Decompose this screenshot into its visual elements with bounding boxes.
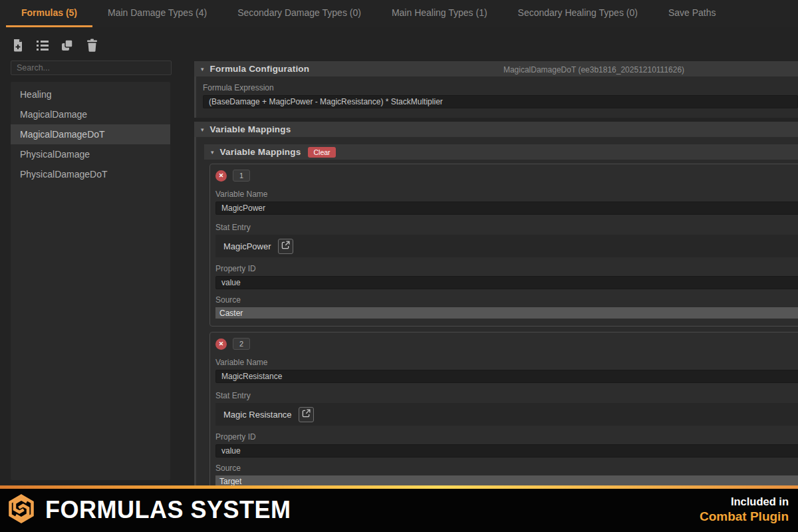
variable-mapping-entry: ✕ 2 Variable Name MagicResistance Stat E… <box>209 332 798 485</box>
tab-bar: Formulas (5) Main Damage Types (4) Secon… <box>0 0 798 27</box>
chevron-down-icon: ▾ <box>201 66 204 72</box>
clear-button[interactable]: Clear <box>308 147 335 158</box>
footer-banner: FORMULAS SYSTEM Included in Combat Plugi… <box>0 485 798 532</box>
new-file-icon <box>12 39 24 52</box>
formulas-system-logo-icon <box>7 494 36 526</box>
formula-expression-field[interactable]: (BaseDamage + MagicPower - MagicResistan… <box>203 95 798 108</box>
open-stat-entry-button[interactable] <box>299 407 314 422</box>
section-title: Variable Mappings <box>210 124 291 134</box>
entry-index-badge: 2 <box>233 338 250 350</box>
variable-mappings-header[interactable]: ▾ Variable Mappings <box>194 122 798 137</box>
external-link-icon <box>302 408 311 420</box>
source-dropdown[interactable]: Target <box>215 475 798 485</box>
list-item-magicaldamage[interactable]: MagicalDamage <box>11 104 170 124</box>
source-label: Source <box>215 295 798 305</box>
variable-name-label: Variable Name <box>215 358 798 367</box>
stat-entry-row: MagicPower <box>215 235 798 257</box>
source-label: Source <box>215 464 798 473</box>
sidebar: Healing MagicalDamage MagicalDamageDoT P… <box>0 27 182 485</box>
document-title: MagicalDamageDoT (ee3b1816_2025121011162… <box>390 65 798 74</box>
open-stat-entry-button[interactable] <box>278 239 293 254</box>
tab-formulas[interactable]: Formulas (5) <box>6 0 92 27</box>
stat-entry-label: Stat Entry <box>215 223 798 232</box>
list-item-physicaldamagedot[interactable]: PhysicalDamageDoT <box>11 164 170 184</box>
section-title: Formula Configuration <box>210 64 310 74</box>
external-link-icon <box>281 240 290 252</box>
tab-save-paths[interactable]: Save Paths <box>653 0 732 27</box>
sidebar-toolbar <box>11 37 182 54</box>
tab-secondary-healing-types[interactable]: Secondary Healing Types (0) <box>503 0 653 27</box>
delete-button[interactable] <box>84 38 99 53</box>
property-id-field[interactable]: value <box>215 444 798 458</box>
duplicate-button[interactable] <box>60 38 74 53</box>
tab-secondary-damage-types[interactable]: Secondary Damage Types (0) <box>222 0 376 27</box>
stat-entry-name: Magic Resistance <box>223 410 292 420</box>
tab-main-healing-types[interactable]: Main Healing Types (1) <box>376 0 503 27</box>
footer-accent-bar <box>0 485 798 489</box>
list-item-healing[interactable]: Healing <box>11 84 170 104</box>
remove-entry-button[interactable]: ✕ <box>215 170 227 182</box>
stat-entry-name: MagicPower <box>223 241 271 251</box>
inspector-panel: MagicalDamageDoT (ee3b1816_2025121011162… <box>182 27 798 485</box>
entry-index-badge: 1 <box>233 170 250 182</box>
search-input[interactable] <box>11 61 172 75</box>
included-in-text: Included in <box>700 495 789 508</box>
list-view-button[interactable] <box>35 38 50 53</box>
property-id-field[interactable]: value <box>215 276 798 289</box>
formula-configuration-body: Formula Expression (BaseDamage + MagicPo… <box>194 76 798 118</box>
variable-mappings-inner-header[interactable]: ▾ Variable Mappings Clear <box>204 144 798 160</box>
new-file-button[interactable] <box>11 38 25 53</box>
variable-name-label: Variable Name <box>215 190 798 199</box>
remove-entry-button[interactable]: ✕ <box>215 338 227 350</box>
source-dropdown[interactable]: Caster <box>215 307 798 319</box>
variable-mappings-body: ▾ Variable Mappings Clear ✕ 1 Variable N… <box>194 137 798 485</box>
tab-main-damage-types[interactable]: Main Damage Types (4) <box>92 0 222 27</box>
duplicate-icon <box>61 39 74 52</box>
list-item-magicaldamagedot[interactable]: MagicalDamageDoT <box>11 124 170 144</box>
list-icon <box>36 39 49 51</box>
variable-mapping-entry: ✕ 1 Variable Name MagicPower Stat Entry … <box>209 164 798 327</box>
plugin-name-text: Combat Plugin <box>700 509 789 524</box>
chevron-down-icon: ▾ <box>211 149 214 156</box>
formula-expression-label: Formula Expression <box>203 83 798 92</box>
chevron-down-icon: ▾ <box>201 126 204 133</box>
property-id-label: Property ID <box>215 432 798 442</box>
variable-name-field[interactable]: MagicPower <box>215 201 798 215</box>
variable-name-field[interactable]: MagicResistance <box>215 370 798 383</box>
footer-title: FORMULAS SYSTEM <box>45 496 291 524</box>
property-id-label: Property ID <box>215 264 798 273</box>
formula-list: Healing MagicalDamage MagicalDamageDoT P… <box>11 82 170 480</box>
list-item-physicaldamage[interactable]: PhysicalDamage <box>11 144 170 164</box>
inner-section-title: Variable Mappings <box>220 147 301 157</box>
stat-entry-label: Stat Entry <box>215 391 798 400</box>
trash-icon <box>86 39 98 52</box>
stat-entry-row: Magic Resistance <box>215 403 798 426</box>
main-area: Healing MagicalDamage MagicalDamageDoT P… <box>0 27 798 485</box>
variable-mappings-section: ▾ Variable Mappings ▾ Variable Mappings … <box>194 122 798 485</box>
